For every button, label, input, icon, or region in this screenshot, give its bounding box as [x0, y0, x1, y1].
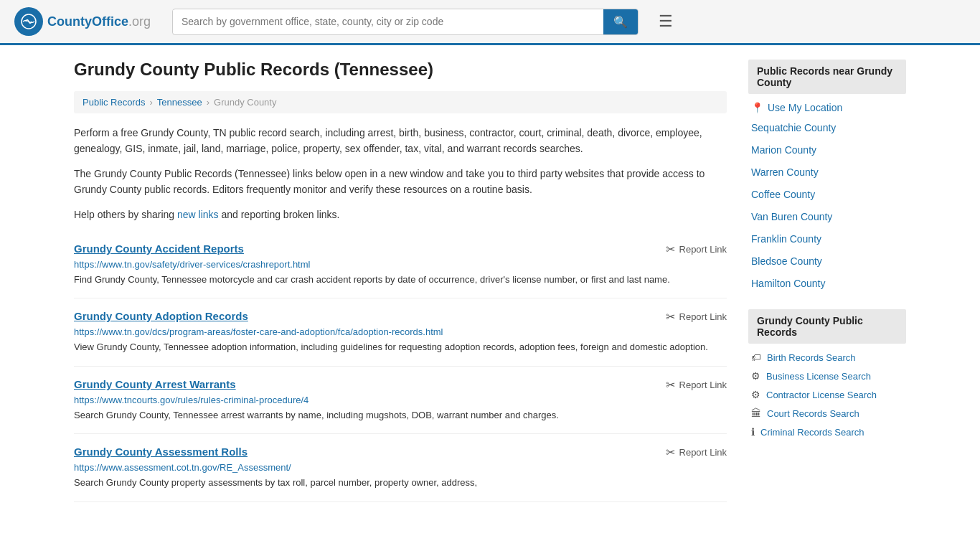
- record-desc-0: Find Grundy County, Tennessee motorcycle…: [74, 273, 727, 287]
- hamburger-icon: ☰: [659, 12, 673, 30]
- description-3-prefix: Help others by sharing: [74, 209, 177, 220]
- report-link-label-2: Report Link: [679, 380, 727, 390]
- report-icon-3: ✂: [666, 446, 675, 459]
- records-link-4[interactable]: ℹ Criminal Records Search: [748, 423, 906, 441]
- new-links-link[interactable]: new links: [177, 209, 219, 220]
- logo-brand: CountyOffice: [47, 14, 128, 29]
- record-item: Grundy County Accident Reports ✂ Report …: [74, 231, 727, 299]
- hamburger-menu-button[interactable]: ☰: [653, 9, 679, 34]
- search-input[interactable]: [173, 10, 603, 33]
- report-icon-1: ✂: [666, 310, 675, 324]
- page-title: Grundy County Public Records (Tennessee): [74, 60, 727, 80]
- report-link-button-2[interactable]: ✂ Report Link: [666, 378, 727, 392]
- nearby-county-3[interactable]: Coffee County: [748, 184, 906, 206]
- records-link-label-4[interactable]: Criminal Records Search: [760, 427, 864, 438]
- logo[interactable]: CountyOffice.org: [14, 7, 158, 36]
- nearby-county-6[interactable]: Bledsoe County: [748, 250, 906, 273]
- record-title-2[interactable]: Grundy County Arrest Warrants: [74, 378, 236, 390]
- breadcrumb-public-records[interactable]: Public Records: [83, 97, 145, 108]
- nearby-county-5[interactable]: Franklin County: [748, 228, 906, 250]
- description-3: Help others by sharing new links and rep…: [74, 207, 727, 222]
- record-item: Grundy County Adoption Records ✂ Report …: [74, 298, 727, 367]
- records-section-title: Grundy County Public Records: [748, 309, 906, 344]
- records-link-label-3[interactable]: Court Records Search: [767, 408, 859, 419]
- logo-icon: [14, 7, 43, 36]
- nearby-county-0[interactable]: Sequatchie County: [748, 117, 906, 139]
- record-desc-2: Search Grundy County, Tennessee arrest w…: [74, 408, 727, 423]
- sidebar: Public Records near Grundy County 📍 Use …: [748, 60, 906, 502]
- records-section: Grundy County Public Records 🏷 Birth Rec…: [748, 309, 906, 441]
- nearby-county-4[interactable]: Van Buren County: [748, 206, 906, 228]
- record-item: Grundy County Assessment Rolls ✂ Report …: [74, 434, 727, 502]
- record-item: Grundy County Arrest Warrants ✂ Report L…: [74, 367, 727, 435]
- report-link-button-3[interactable]: ✂ Report Link: [666, 446, 727, 459]
- report-icon-2: ✂: [666, 378, 675, 392]
- records-link-2[interactable]: ⚙ Contractor License Search: [748, 385, 906, 404]
- nearby-county-7[interactable]: Hamilton County: [748, 273, 906, 295]
- record-title-0[interactable]: Grundy County Accident Reports: [74, 242, 244, 255]
- records-link-icon-1: ⚙: [751, 370, 760, 382]
- records-link-icon-4: ℹ: [751, 426, 755, 438]
- record-header: Grundy County Assessment Rolls ✂ Report …: [74, 446, 727, 459]
- breadcrumb-sep1: ›: [149, 97, 152, 108]
- records-list: Grundy County Accident Reports ✂ Report …: [74, 231, 727, 502]
- nearby-section-title: Public Records near Grundy County: [748, 60, 906, 94]
- record-url-1[interactable]: https://www.tn.gov/dcs/program-areas/fos…: [74, 326, 727, 337]
- record-desc-3: Search Grundy County property assessment…: [74, 476, 727, 490]
- report-link-button-0[interactable]: ✂ Report Link: [666, 242, 727, 256]
- report-link-label-3: Report Link: [679, 447, 727, 458]
- record-title-3[interactable]: Grundy County Assessment Rolls: [74, 446, 248, 458]
- site-header: CountyOffice.org 🔍 ☰: [0, 0, 980, 45]
- records-link-3[interactable]: 🏛 Court Records Search: [748, 404, 906, 423]
- description-1: Perform a free Grundy County, TN public …: [74, 125, 727, 157]
- nearby-counties-list: Sequatchie CountyMarion CountyWarren Cou…: [748, 117, 906, 295]
- use-my-location[interactable]: 📍 Use My Location: [748, 98, 906, 117]
- main-container: Grundy County Public Records (Tennessee)…: [60, 45, 920, 517]
- content-area: Grundy County Public Records (Tennessee)…: [74, 60, 727, 502]
- records-link-label-0[interactable]: Birth Records Search: [767, 352, 856, 363]
- record-url-3[interactable]: https://www.assessment.cot.tn.gov/RE_Ass…: [74, 462, 727, 473]
- logo-text: CountyOffice.org: [47, 14, 151, 29]
- nearby-section: Public Records near Grundy County 📍 Use …: [748, 60, 906, 295]
- report-link-label-0: Report Link: [679, 244, 727, 255]
- location-pin-icon: 📍: [751, 102, 763, 113]
- records-links-list: 🏷 Birth Records Search ⚙ Business Licens…: [748, 348, 906, 441]
- search-icon: 🔍: [613, 16, 628, 28]
- record-header: Grundy County Adoption Records ✂ Report …: [74, 310, 727, 324]
- records-link-1[interactable]: ⚙ Business License Search: [748, 367, 906, 385]
- report-icon-0: ✂: [666, 242, 675, 256]
- records-link-icon-0: 🏷: [751, 352, 761, 363]
- breadcrumb-tennessee[interactable]: Tennessee: [157, 97, 202, 108]
- record-url-2[interactable]: https://www.tncourts.gov/rules/rules-cri…: [74, 395, 727, 405]
- report-link-button-1[interactable]: ✂ Report Link: [666, 310, 727, 324]
- logo-tld: .org: [128, 14, 151, 29]
- record-header: Grundy County Accident Reports ✂ Report …: [74, 242, 727, 256]
- nearby-county-1[interactable]: Marion County: [748, 139, 906, 161]
- search-bar: 🔍: [172, 9, 639, 35]
- description-2: The Grundy County Public Records (Tennes…: [74, 166, 727, 198]
- breadcrumb-sep2: ›: [207, 97, 209, 108]
- records-link-icon-3: 🏛: [751, 408, 761, 419]
- records-link-0[interactable]: 🏷 Birth Records Search: [748, 348, 906, 367]
- record-title-1[interactable]: Grundy County Adoption Records: [74, 310, 248, 322]
- records-link-label-2[interactable]: Contractor License Search: [766, 390, 877, 400]
- use-location-label: Use My Location: [768, 102, 842, 113]
- description-3-suffix: and reporting broken links.: [219, 209, 340, 220]
- record-desc-1: View Grundy County, Tennessee adoption i…: [74, 340, 727, 354]
- record-header: Grundy County Arrest Warrants ✂ Report L…: [74, 378, 727, 392]
- breadcrumb: Public Records › Tennessee › Grundy Coun…: [74, 91, 727, 113]
- records-link-icon-2: ⚙: [751, 389, 760, 400]
- record-url-0[interactable]: https://www.tn.gov/safety/driver-service…: [74, 259, 727, 270]
- records-link-label-1[interactable]: Business License Search: [766, 371, 871, 382]
- nearby-county-2[interactable]: Warren County: [748, 161, 906, 184]
- breadcrumb-current: Grundy County: [214, 97, 276, 108]
- report-link-label-1: Report Link: [679, 311, 727, 322]
- search-button[interactable]: 🔍: [603, 9, 638, 34]
